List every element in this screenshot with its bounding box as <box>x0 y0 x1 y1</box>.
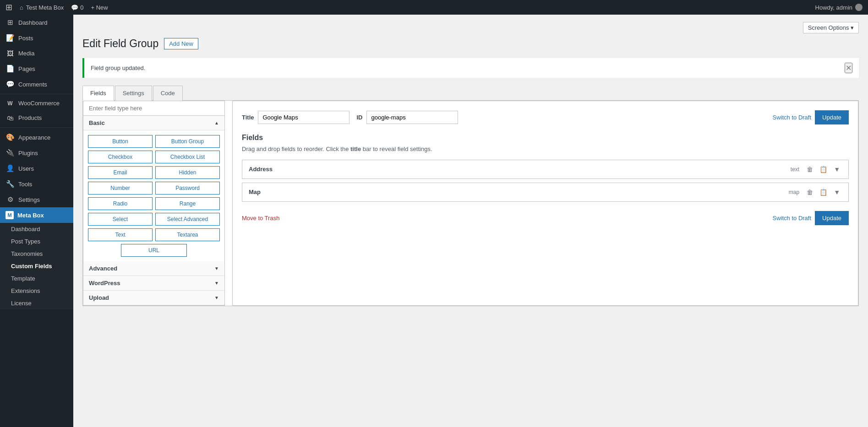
bottom-switch-to-draft-button[interactable]: Switch to Draft <box>773 215 812 222</box>
screen-options-button[interactable]: Screen Options ▾ <box>803 22 859 33</box>
expand-map-button[interactable]: ▼ <box>832 188 842 197</box>
new-link[interactable]: + New <box>91 4 108 11</box>
settings-icon: ⚙ <box>5 195 15 204</box>
submenu-item-dashboard[interactable]: Dashboard <box>0 223 73 235</box>
metabox-header[interactable]: M Meta Box <box>0 207 73 223</box>
field-btn-email[interactable]: Email <box>88 166 153 179</box>
field-btn-select-advanced[interactable]: Select Advanced <box>155 213 220 226</box>
basic-section-label: Basic <box>89 119 105 126</box>
sidebar-item-comments[interactable]: 💬Comments <box>0 76 73 92</box>
field-type-map: map <box>789 189 799 195</box>
notice-bar: Field group updated. ✕ <box>82 58 859 78</box>
media-icon: 🖼 <box>5 49 15 57</box>
main-content: Screen Options ▾ Edit Field Group Add Ne… <box>73 15 868 427</box>
duplicate-address-button[interactable]: 📋 <box>818 165 829 174</box>
expand-address-button[interactable]: ▼ <box>832 165 842 174</box>
submenu-item-extensions[interactable]: Extensions <box>0 285 73 297</box>
avatar <box>855 4 863 11</box>
move-to-trash-button[interactable]: Move to Trash <box>242 215 279 222</box>
basic-field-buttons: Button Button Group Checkbox Checkbox Li… <box>83 130 224 261</box>
field-btn-range[interactable]: Range <box>155 197 220 210</box>
submenu-item-template[interactable]: Template <box>0 272 73 285</box>
tab-settings[interactable]: Settings <box>115 86 152 101</box>
submenu-item-post-types[interactable]: Post Types <box>0 235 73 248</box>
advanced-section-header[interactable]: Advanced ▼ <box>83 261 224 276</box>
products-icon: 🛍 <box>5 114 15 122</box>
switch-to-draft-button[interactable]: Switch to Draft <box>773 114 812 121</box>
field-btn-checkbox-list[interactable]: Checkbox List <box>155 151 220 163</box>
sidebar-item-users[interactable]: 👤Users <box>0 161 73 176</box>
field-btn-hidden[interactable]: Hidden <box>155 166 220 179</box>
site-name[interactable]: ⌂ Test Meta Box <box>20 4 64 11</box>
dashboard-icon: ⊞ <box>5 18 15 27</box>
bottom-update-button[interactable]: Update <box>815 211 849 225</box>
field-type-search-input[interactable] <box>83 101 224 116</box>
sidebar-item-tools[interactable]: 🔧Tools <box>0 176 73 192</box>
wordpress-chevron-icon: ▼ <box>214 281 219 286</box>
tab-fields[interactable]: Fields <box>82 86 114 101</box>
sidebar-item-plugins[interactable]: 🔌Plugins <box>0 145 73 161</box>
field-btn-url[interactable]: URL <box>121 244 187 257</box>
sidebar-item-posts[interactable]: 📝Posts <box>0 30 73 46</box>
field-btn-button-group[interactable]: Button Group <box>155 135 220 148</box>
field-btn-button[interactable]: Button <box>88 135 153 148</box>
title-group: Title <box>242 111 349 124</box>
howdy-text: Howdy, admin <box>815 4 863 11</box>
field-btn-text[interactable]: Text <box>88 228 153 241</box>
duplicate-map-button[interactable]: 📋 <box>818 188 829 197</box>
sidebar-item-appearance[interactable]: 🎨Appearance <box>0 130 73 145</box>
comments-link[interactable]: 💬 0 <box>71 4 83 11</box>
add-new-button[interactable]: Add New <box>164 38 198 49</box>
upload-section-header[interactable]: Upload ▼ <box>83 291 224 305</box>
delete-address-button[interactable]: 🗑 <box>805 165 815 174</box>
id-group: ID <box>357 111 458 124</box>
main-panel: Title ID Switch to Draft Update Fields <box>232 101 858 306</box>
field-name-address[interactable]: Address <box>249 166 791 173</box>
bottom-actions: Move to Trash Switch to Draft Update <box>242 211 849 225</box>
metabox-menu: M Meta Box Dashboard Post Types Taxonomi… <box>0 207 73 309</box>
field-btn-number[interactable]: Number <box>88 182 153 195</box>
table-row: Map map 🗑 📋 ▼ <box>242 183 849 202</box>
field-btn-textarea[interactable]: Textarea <box>155 228 220 241</box>
wordpress-section: WordPress ▼ <box>83 276 224 291</box>
delete-map-button[interactable]: 🗑 <box>805 188 815 197</box>
content-wrap: Basic ▲ Button Button Group Checkbox Che… <box>83 101 858 306</box>
field-type-panel: Basic ▲ Button Button Group Checkbox Che… <box>83 101 225 306</box>
basic-section-header[interactable]: Basic ▲ <box>83 116 224 130</box>
field-btn-password[interactable]: Password <box>155 182 220 195</box>
sidebar-item-pages[interactable]: 📄Pages <box>0 61 73 76</box>
advanced-section: Advanced ▼ <box>83 261 224 276</box>
submenu-item-license[interactable]: License <box>0 297 73 309</box>
sidebar-item-dashboard[interactable]: ⊞Dashboard <box>0 15 73 30</box>
advanced-chevron-icon: ▼ <box>214 266 219 271</box>
panel-header: Title ID Switch to Draft Update <box>242 110 849 124</box>
title-input[interactable] <box>258 111 349 124</box>
metabox-submenu: Dashboard Post Types Taxonomies Custom F… <box>0 223 73 309</box>
tab-code[interactable]: Code <box>153 86 183 101</box>
panel-actions: Switch to Draft Update <box>773 110 849 124</box>
upload-section: Upload ▼ <box>83 291 224 305</box>
field-name-map[interactable]: Map <box>249 189 789 195</box>
wordpress-section-header[interactable]: WordPress ▼ <box>83 276 224 291</box>
sidebar-item-woocommerce[interactable]: WWooCommerce <box>0 96 73 110</box>
tab-wrapper: Fields Settings Code <box>82 85 859 101</box>
sidebar-item-products[interactable]: 🛍Products <box>0 110 73 125</box>
sidebar-item-media[interactable]: 🖼Media <box>0 46 73 61</box>
page-title: Edit Field Group <box>82 37 158 51</box>
submenu-item-custom-fields[interactable]: Custom Fields <box>0 260 73 272</box>
tools-icon: 🔧 <box>5 180 15 188</box>
field-btn-select[interactable]: Select <box>88 213 153 226</box>
update-button[interactable]: Update <box>815 110 849 124</box>
plugins-icon: 🔌 <box>5 149 15 157</box>
field-btn-radio[interactable]: Radio <box>88 197 153 210</box>
id-input[interactable] <box>366 111 458 124</box>
basic-section: Basic ▲ Button Button Group Checkbox Che… <box>83 116 224 261</box>
notice-close-button[interactable]: ✕ <box>845 63 852 73</box>
users-icon: 👤 <box>5 164 15 173</box>
sidebar-item-settings[interactable]: ⚙Settings <box>0 192 73 207</box>
title-label: Title <box>242 114 254 121</box>
wordpress-section-label: WordPress <box>89 280 120 286</box>
comments-icon: 💬 <box>71 4 78 11</box>
field-btn-checkbox[interactable]: Checkbox <box>88 151 153 163</box>
submenu-item-taxonomies[interactable]: Taxonomies <box>0 248 73 260</box>
